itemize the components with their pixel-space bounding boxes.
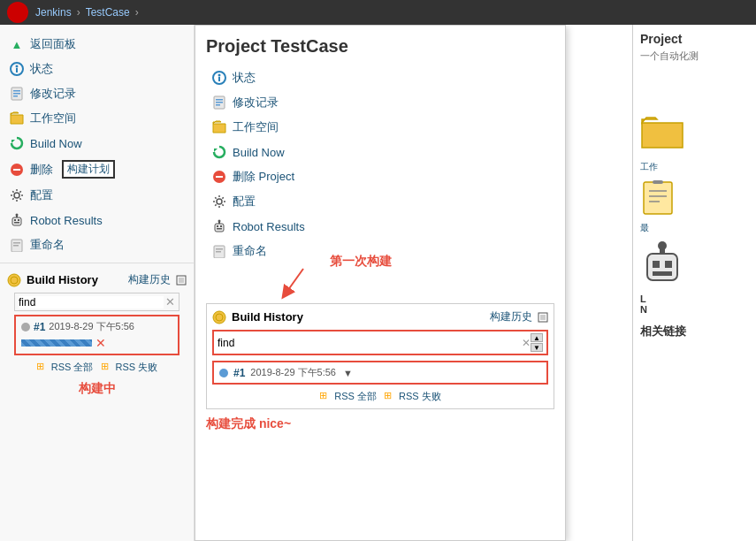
sidebar-find-input[interactable] <box>19 296 164 309</box>
breadcrumb-testcase[interactable]: TestCase <box>86 6 130 19</box>
svg-rect-4 <box>13 90 20 92</box>
sidebar-item-configure[interactable]: 配置 <box>0 183 194 208</box>
right-panel-folder-icon <box>640 116 749 154</box>
svg-rect-26 <box>218 77 220 81</box>
panel-item-delete-label: 删除 Project <box>233 169 294 185</box>
panel-item-changes[interactable]: 修改记录 <box>206 90 554 115</box>
svg-point-1 <box>16 65 19 68</box>
tooltip-jihua: 构建计划 <box>62 160 115 179</box>
svg-rect-49 <box>540 315 546 320</box>
panel-title: Project TestCase <box>206 36 554 57</box>
breadcrumb-jenkins[interactable]: Jenkins <box>35 6 72 19</box>
content-area: Project TestCase 状态 修改记录 工作空间 <box>195 25 756 541</box>
sidebar-find[interactable]: ✕ <box>14 293 179 311</box>
delete-icon <box>9 162 25 178</box>
sidebar-item-robot[interactable]: Robot Results <box>0 208 194 232</box>
scroll-down-btn[interactable]: ▼ <box>531 343 543 352</box>
sidebar-item-build-now-label: Build Now <box>30 137 82 150</box>
panel-build-dot <box>219 369 228 377</box>
right-panel-label-a: L <box>640 293 749 304</box>
svg-rect-37 <box>220 225 222 227</box>
svg-point-40 <box>218 220 221 223</box>
rss-all-panel[interactable]: RSS 全部 <box>334 390 377 403</box>
right-panel-subtitle: 一个自动化测 <box>640 50 749 63</box>
svg-rect-42 <box>216 248 223 250</box>
bh-header-panel: Build History 构建历史 <box>212 309 548 324</box>
panel-item-configure-label: 配置 <box>233 194 256 210</box>
rss-fail-panel[interactable]: RSS 失败 <box>399 390 441 403</box>
sidebar-item-back[interactable]: ▲ 返回面板 <box>0 32 194 57</box>
build-progress-sidebar <box>21 339 92 347</box>
panel-changes-icon <box>211 95 227 110</box>
topbar: Jenkins › TestCase › <box>0 0 756 25</box>
sidebar-find-clear[interactable]: ✕ <box>165 295 175 309</box>
svg-point-20 <box>8 274 20 286</box>
panel-delete-icon <box>211 169 227 185</box>
svg-rect-56 <box>653 261 660 268</box>
rss-all-sidebar[interactable]: RSS 全部 <box>51 361 94 374</box>
panel-build-number: #1 <box>233 367 245 379</box>
right-panel-icons: 工作 最 L N 相关链接 <box>640 116 749 339</box>
panel-find-box[interactable]: ✕ ▲ ▼ <box>212 330 548 355</box>
breadcrumb-sep1: › <box>77 6 80 19</box>
panel-item-configure[interactable]: 配置 <box>206 189 554 214</box>
bh-icon-panel <box>538 312 548 323</box>
rss-fail-sidebar[interactable]: RSS 失败 <box>116 361 158 374</box>
right-panel-label-b: N <box>640 304 749 315</box>
svg-rect-38 <box>217 228 222 230</box>
right-panel-folder-label: 工作 <box>640 161 749 173</box>
sidebar-item-changes-label: 修改记录 <box>30 86 76 102</box>
panel-build-history: Build History 构建历史 ✕ ▲ ▼ #1 2019-8-29 下午… <box>206 303 554 409</box>
svg-marker-7 <box>11 140 15 143</box>
breadcrumb: Jenkins › TestCase › <box>35 6 139 19</box>
status-icon <box>9 61 25 77</box>
sidebar-item-delete[interactable]: 删除 构建计划 <box>0 156 194 183</box>
svg-rect-13 <box>18 219 19 221</box>
svg-point-10 <box>14 193 19 198</box>
panel-find-input[interactable] <box>218 337 522 349</box>
panel-find-clear[interactable]: ✕ <box>522 337 531 349</box>
svg-line-45 <box>286 269 303 293</box>
svg-rect-2 <box>16 68 18 72</box>
svg-rect-5 <box>13 93 20 95</box>
bh-link-panel[interactable]: 构建历史 <box>490 309 532 324</box>
jenkins-logo <box>7 2 28 23</box>
panel-item-workspace[interactable]: 工作空间 <box>206 115 554 140</box>
sidebar-item-workspace[interactable]: 工作空间 <box>0 106 194 131</box>
sidebar-item-status[interactable]: 状态 <box>0 57 194 81</box>
panel-item-changes-label: 修改记录 <box>233 95 279 110</box>
svg-point-25 <box>218 74 221 77</box>
build-time-sidebar: 2019-8-29 下午5:56 <box>49 320 134 333</box>
panel-item-status[interactable]: 状态 <box>206 65 554 90</box>
configure-icon <box>9 187 25 203</box>
panel-status-icon <box>211 70 227 86</box>
svg-rect-54 <box>653 180 663 184</box>
svg-point-16 <box>16 214 19 217</box>
svg-rect-12 <box>14 219 16 221</box>
sidebar-item-build-now[interactable]: Build Now <box>0 131 194 156</box>
panel-item-delete[interactable]: 删除 Project <box>206 164 554 189</box>
bh-link-sidebar[interactable]: 构建历史 <box>128 272 171 287</box>
panel-item-robot[interactable]: Robot Results <box>206 214 554 239</box>
panel-build-time: 2019-8-29 下午5:56 <box>250 366 336 379</box>
svg-rect-36 <box>217 225 218 227</box>
rss-icon-fail-panel: ⊞ <box>384 390 392 403</box>
svg-rect-14 <box>14 222 19 224</box>
sidebar-item-changes[interactable]: 修改记录 <box>0 81 194 106</box>
build-now-icon <box>9 135 25 151</box>
panel-item-build-now[interactable]: Build Now <box>206 140 554 164</box>
sidebar-divider <box>0 263 194 263</box>
svg-rect-11 <box>12 217 21 225</box>
build-dot-sidebar <box>21 323 30 331</box>
sidebar-item-rename[interactable]: 重命名 <box>0 232 194 257</box>
build-cancel-sidebar[interactable]: ✕ <box>95 336 106 350</box>
panel-build-dropdown[interactable]: ▼ <box>343 368 353 378</box>
rss-links-panel: ⊞ RSS 全部 ⊞ RSS 失败 <box>212 390 548 403</box>
panel-item-build-now-label: Build Now <box>233 146 285 159</box>
panel-item-rename-label: 重命名 <box>233 243 267 259</box>
svg-rect-55 <box>647 254 677 280</box>
project-panel: Project TestCase 状态 修改记录 工作空间 <box>195 25 566 541</box>
build-history-icon-panel <box>212 310 226 324</box>
sidebar-item-delete-label: 删除 <box>30 162 53 178</box>
scroll-up-btn[interactable]: ▲ <box>531 333 543 342</box>
